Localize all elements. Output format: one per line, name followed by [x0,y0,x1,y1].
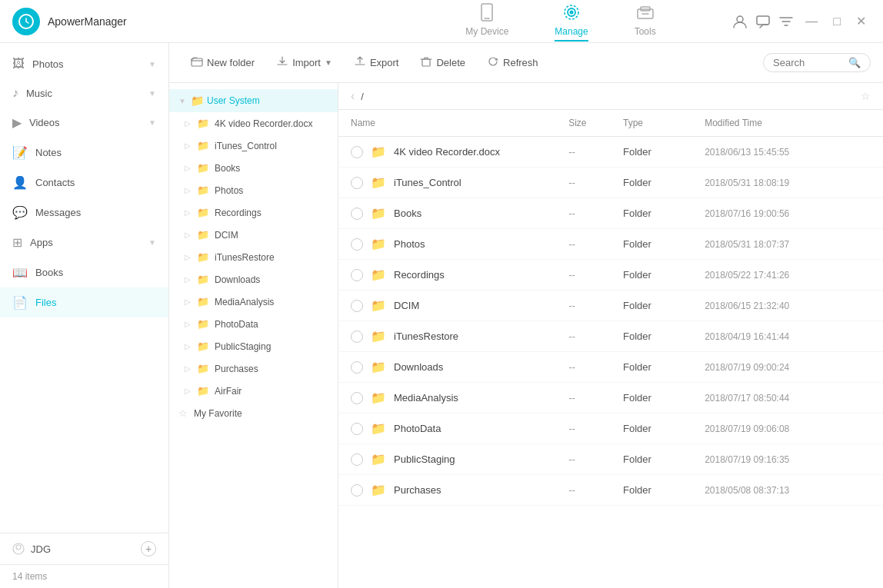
refresh-button[interactable]: Refresh [478,51,548,75]
sidebar-item-photos[interactable]: 🖼 Photos ▼ [0,49,168,78]
tree-favorite-item[interactable]: ☆ My Favorite [169,402,338,424]
delete-label: Delete [436,57,465,68]
expand-icon[interactable]: ▷ [185,208,194,217]
add-account-button[interactable]: + [141,541,156,556]
root-expand-icon[interactable]: ▼ [178,97,188,105]
expand-icon[interactable]: ▷ [185,253,194,261]
table-row[interactable]: 📁 Photos -- Folder 2018/05/31 18:07:37 [338,229,883,260]
tree-item-label: PhotoData [212,319,332,330]
minimize-button[interactable]: — [801,13,822,30]
close-button[interactable]: ✕ [851,12,871,30]
file-modified: 2018/07/19 09:16:35 [692,444,883,475]
sidebar-item-notes[interactable]: 📝 Notes [0,138,168,168]
sidebar-item-music[interactable]: ♪ Music ▼ [0,78,168,108]
tree-item[interactable]: ▷ 📁 Books [169,157,338,179]
row-checkbox[interactable] [351,453,363,466]
tree-root-label: User System [207,95,332,106]
row-checkbox[interactable] [351,300,363,312]
table-row[interactable]: 📁 Downloads -- Folder 2018/07/19 09:00:2… [338,352,883,383]
tree-item[interactable]: ▷ 📁 DCIM [169,224,338,246]
chat-icon[interactable] [755,13,771,30]
tree-item[interactable]: ▷ 📁 Recordings [169,201,338,224]
file-type: Folder [611,414,692,444]
sidebar-item-videos[interactable]: ▶ Videos ▼ [0,108,168,138]
tree-item[interactable]: ▷ 📁 AirFair [169,380,338,402]
tree-item[interactable]: ▷ 📁 iTunesRestore [169,246,338,268]
file-type: Folder [611,168,692,198]
table-row[interactable]: 📁 Books -- Folder 2018/07/16 19:00:56 [338,198,883,229]
expand-icon[interactable]: ▷ [185,141,194,150]
search-input[interactable] [773,57,844,68]
sidebar-item-books[interactable]: 📖 Books [0,257,168,287]
nav-manage[interactable]: Manage [555,2,588,42]
row-checkbox[interactable] [351,269,363,281]
file-name: Purchases [394,484,441,496]
expand-icon[interactable]: ▷ [185,275,194,284]
search-box[interactable]: 🔍 [763,53,871,72]
file-modified: 2018/05/08 08:37:13 [692,475,883,506]
row-checkbox[interactable] [351,484,363,497]
sidebar-item-apps[interactable]: ⊞ Apps ▼ [0,228,168,257]
expand-icon[interactable]: ▷ [185,320,194,328]
tree-item[interactable]: ▷ 📁 Downloads [169,268,338,291]
expand-icon[interactable]: ▷ [185,342,194,350]
tree-item[interactable]: ▷ 📁 PublicStaging [169,335,338,357]
row-checkbox[interactable] [351,392,363,404]
tree-item[interactable]: ▷ 📁 PhotoData [169,313,338,335]
table-row[interactable]: 📁 Recordings -- Folder 2018/05/22 17:41:… [338,260,883,291]
table-row[interactable]: 📁 iTunesRestore -- Folder 2018/04/19 16:… [338,321,883,352]
tree-item[interactable]: ▷ 📁 iTunes_Control [169,135,338,157]
sidebar-item-messages[interactable]: 💬 Messages [0,198,168,228]
nav-my-device[interactable]: My Device [465,2,508,42]
delete-button[interactable]: Delete [411,51,475,75]
folder-icon: 📁 [197,140,209,151]
window-controls: — □ ✕ [731,12,871,30]
path-favorite-icon[interactable]: ☆ [861,90,871,102]
tree-item[interactable]: ▷ 📁 MediaAnalysis [169,291,338,313]
new-folder-label: New folder [207,57,255,68]
import-button[interactable]: Import ▼ [267,51,342,75]
user-icon[interactable] [731,13,748,30]
tree-item[interactable]: ▷ 📁 4K video Recorder.docx [169,112,338,135]
tree-root-item[interactable]: ▼ 📁 User System [169,89,338,112]
expand-icon[interactable]: ▷ [185,119,194,128]
expand-icon[interactable]: ▷ [185,231,194,239]
messages-icon: 💬 [12,205,28,220]
table-row[interactable]: 📁 PublicStaging -- Folder 2018/07/19 09:… [338,444,883,475]
row-checkbox[interactable] [351,177,363,189]
row-checkbox[interactable] [351,146,363,158]
music-expand-icon: ▼ [148,89,156,98]
row-checkbox[interactable] [351,423,363,435]
table-row[interactable]: 📁 4K video Recorder.docx -- Folder 2018/… [338,137,883,168]
expand-icon[interactable]: ▷ [185,164,194,172]
expand-icon[interactable]: ▷ [185,364,194,373]
tree-item[interactable]: ▷ 📁 Photos [169,179,338,201]
maximize-button[interactable]: □ [828,13,845,30]
nav-tools[interactable]: Tools [635,2,656,42]
tree-item[interactable]: ▷ 📁 Purchases [169,357,338,380]
table-row[interactable]: 📁 MediaAnalysis -- Folder 2018/07/17 08:… [338,383,883,414]
row-checkbox[interactable] [351,361,363,374]
expand-icon[interactable]: ▷ [185,297,194,306]
table-row[interactable]: 📁 iTunes_Control -- Folder 2018/05/31 18… [338,168,883,198]
row-checkbox[interactable] [351,331,363,343]
tree-favorite-label: My Favorite [191,408,332,419]
table-row[interactable]: 📁 PhotoData -- Folder 2018/07/19 09:06:0… [338,414,883,444]
sidebar-item-files[interactable]: 📄 Files [0,287,168,317]
row-checkbox[interactable] [351,238,363,251]
expand-icon[interactable]: ▷ [185,387,194,395]
export-button[interactable]: Export [345,51,408,75]
sidebar-item-contacts[interactable]: 👤 Contacts [0,168,168,198]
table-row[interactable]: 📁 Purchases -- Folder 2018/05/08 08:37:1… [338,475,883,506]
expand-icon[interactable]: ▷ [185,186,194,194]
svg-point-5 [570,10,574,14]
tree-item-label: Books [212,163,332,174]
table-row[interactable]: 📁 DCIM -- Folder 2018/06/15 21:32:40 [338,291,883,321]
new-folder-button[interactable]: New folder [182,51,264,75]
path-back-button[interactable]: ‹ [351,89,355,103]
row-checkbox[interactable] [351,208,363,220]
videos-expand-icon: ▼ [148,118,156,127]
sidebar-username: JDG [31,543,51,555]
filter-icon[interactable] [778,13,795,30]
app-title: ApowerManager [48,15,390,28]
